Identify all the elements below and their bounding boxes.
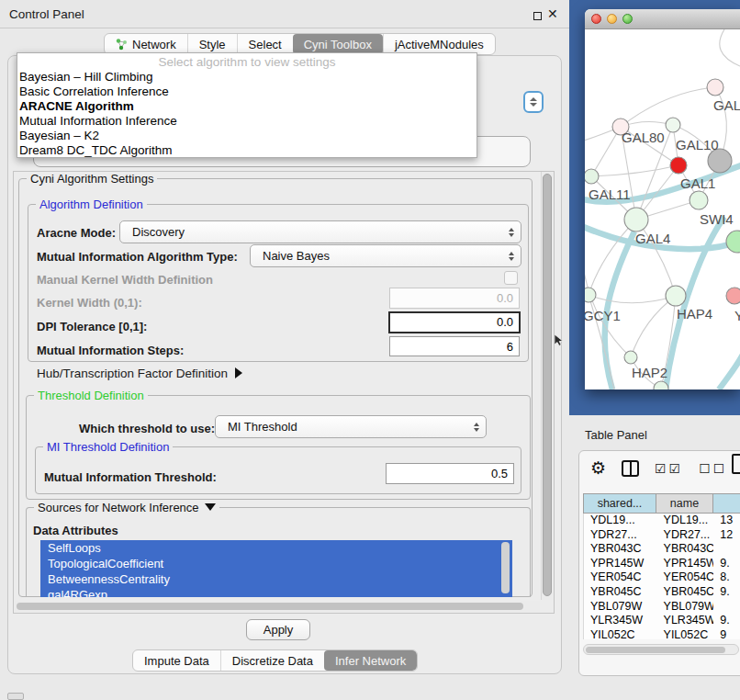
tab-label: Network [132,38,176,51]
kernel-width-field[interactable]: 0.0 [389,288,520,309]
network-view-window[interactable]: GALGAL80GAL10GAL1GAL11SWI4GAL4GCY1HAP4YH… [585,9,740,390]
network-edge[interactable] [589,295,676,303]
table-cell [713,600,740,615]
node-label: Y [734,308,740,323]
algorithm-option[interactable]: Bayesian – Hill Climbing [17,70,477,85]
table-header-cell[interactable]: shared... [583,493,656,514]
network-edge[interactable] [719,349,740,390]
table-cell: YLR345W [584,614,657,628]
network-edge[interactable] [720,29,740,66]
tab-label: Infer Network [335,654,406,668]
document-icon[interactable] [732,454,740,474]
table-row[interactable]: YDL19...YDL19...13 [584,514,740,528]
table-cell: YIL052C [657,628,714,639]
table-row[interactable]: YPR145WYPR145W9. [584,557,740,571]
table-cell: YBR045C [584,585,657,600]
threshold-definition-title: Threshold Definition [34,389,148,402]
aracne-mode-combobox[interactable]: Discovery [119,220,521,243]
algorithm-combobox-focus-fragment[interactable] [523,91,544,113]
algorithm-option[interactable]: Mutual Information Inference [17,114,477,129]
table-rows: YDL19...YDL19...13YDR27...YDR27...12YBR0… [583,514,740,639]
algorithm-option[interactable]: Basic Correlation Inference [17,85,477,99]
dpi-tolerance-label: DPI Tolerance [0,1]: [37,320,147,333]
tab-cyni-toolbox[interactable]: Cyni Toolbox [293,34,383,54]
table-cell: YBR045C [657,585,714,600]
table-row[interactable]: YBR045CYBR045C9. [584,585,740,600]
spinner-down-icon [530,103,537,107]
float-window-icon[interactable] [533,12,542,20]
table-header-cell[interactable]: name [656,493,713,514]
table-horizontal-scrollbar-thumb[interactable] [586,647,725,653]
tab-jactivemnodules[interactable]: jActiveMNodules [383,34,495,54]
network-node[interactable] [670,157,687,174]
apply-button[interactable]: Apply [246,619,310,640]
attribute-option[interactable]: TopologicalCoefficient [40,556,512,571]
mi-type-combobox[interactable]: Naive Bayes [250,244,521,267]
table-cell: YDR27... [584,528,657,543]
table-horizontal-scrollbar[interactable] [583,644,739,655]
network-node[interactable] [666,286,686,306]
network-node[interactable] [585,169,599,184]
network-node[interactable] [726,231,740,253]
data-attributes-label: Data Attributes [33,524,118,537]
network-icon [116,38,128,51]
sources-title[interactable]: Sources for Network Inference [34,501,219,514]
tab-infer-network[interactable]: Infer Network [324,650,417,671]
network-node[interactable] [690,191,708,209]
network-node[interactable] [726,288,740,304]
network-edge[interactable] [591,165,678,176]
table-header-cell[interactable] [713,493,740,514]
aracne-mode-label: Aracne Mode: [37,226,116,240]
tab-select[interactable]: Select [237,34,293,54]
algorithm-option[interactable]: Bayesian – K2 [17,129,477,143]
select-all-checkboxes-icon[interactable]: ☑☑ [655,461,683,476]
algorithm-option[interactable]: Dream8 DC_TDC Algorithm [17,143,477,158]
partial-bottom-button[interactable] [7,693,24,700]
algorithm-option[interactable]: ARACNE Algorithm [17,99,477,114]
settings-horizontal-scrollbar-thumb[interactable] [17,603,523,610]
column-browser-icon[interactable] [622,460,639,477]
network-canvas[interactable]: GALGAL80GAL10GAL1GAL11SWI4GAL4GCY1HAP4YH… [585,29,740,390]
table-row[interactable]: YER054CYER054C8. [584,570,740,585]
hub-definition-expander[interactable]: Hub/Transcription Factor Definition [37,367,242,380]
data-attributes-list[interactable]: SelfLoopsTopologicalCoefficientBetweenne… [40,540,512,597]
network-node[interactable] [624,351,637,364]
manual-kernel-width-label: Manual Kernel Width Definition [37,273,213,287]
which-threshold-combobox[interactable]: MI Threshold [215,415,487,438]
attribute-option[interactable]: SelfLoops [40,540,512,556]
manual-kernel-width-checkbox[interactable] [504,271,518,285]
tab-discretize-data[interactable]: Discretize Data [220,650,324,671]
deselect-all-checkboxes-icon[interactable]: ☐☐ [699,461,727,476]
table-row[interactable]: YBL079WYBL079W [584,600,740,615]
network-window-titlebar[interactable] [585,9,740,29]
network-node[interactable] [585,288,596,302]
network-node[interactable] [666,118,680,132]
spinner-up-icon [530,97,537,101]
which-threshold-value: MI Threshold [228,420,297,434]
attribute-option[interactable]: gal4RGexp [40,587,512,597]
table-cell: YER054C [657,570,714,585]
network-node[interactable] [707,79,723,96]
attribute-option[interactable]: BetweennessCentrality [40,571,512,587]
mi-steps-field[interactable]: 6 [389,336,520,356]
table-cell: YLR345W [657,614,714,628]
table-row[interactable]: YIL052CYIL052C9 [584,628,740,639]
table-row[interactable]: YDR27...YDR27...12 [584,528,740,543]
tab-network[interactable]: Network [105,34,187,54]
tab-style[interactable]: Style [187,34,237,54]
table-toolbar: ⚙ ☑☑ ☐☐ [590,457,727,480]
minimize-traffic-light-icon[interactable] [607,14,617,24]
node-label: HAP2 [632,365,667,380]
table-row[interactable]: YLR345WYLR345W9. [584,614,740,628]
table-row[interactable]: YBR043CYBR043C [584,542,740,557]
settings-vertical-scrollbar-thumb[interactable] [543,174,552,596]
dpi-tolerance-field[interactable]: 0.0 [388,311,521,333]
tab-impute-data[interactable]: Impute Data [133,650,220,671]
attributes-list-scrollbar-thumb[interactable] [501,542,510,593]
close-traffic-light-icon[interactable] [591,14,601,24]
gear-icon[interactable]: ⚙ [590,459,606,478]
network-node[interactable] [624,208,648,231]
zoom-traffic-light-icon[interactable] [622,14,633,24]
mi-threshold-field[interactable]: 0.5 [386,463,514,484]
close-icon[interactable]: ✕ [547,6,558,21]
